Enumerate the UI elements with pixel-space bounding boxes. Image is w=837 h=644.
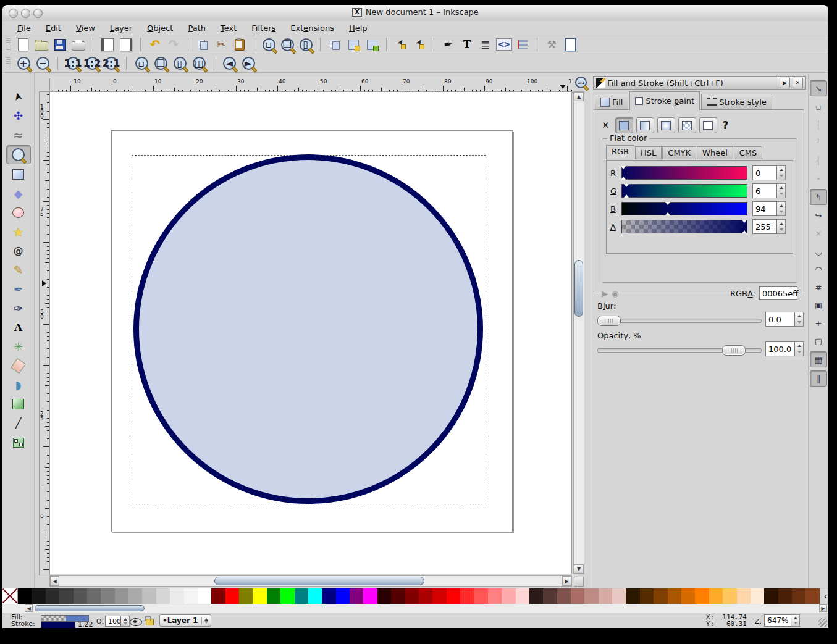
ruler-corner-zoom-icon[interactable]: 1:1 [575, 77, 587, 88]
palette-swatch[interactable] [654, 588, 667, 604]
palette-swatch[interactable] [488, 588, 502, 604]
palette-swatch[interactable] [142, 588, 156, 604]
scroll-up-button[interactable]: ▲ [574, 92, 584, 101]
blur-spin-buttons[interactable] [795, 312, 804, 327]
zoom-page-button[interactable]: ▯ [171, 56, 188, 72]
channel-spin-R[interactable] [777, 165, 786, 180]
channel-slider-A[interactable] [621, 220, 747, 233]
menu-file[interactable]: File [17, 23, 31, 33]
object-opacity-spin-buttons[interactable] [121, 616, 130, 627]
channel-spin-G[interactable] [777, 183, 786, 198]
tool-ellipse[interactable] [7, 204, 30, 222]
unlink-clone-button[interactable] [363, 36, 381, 52]
palette-swatch[interactable] [239, 588, 253, 604]
palette-swatch[interactable] [432, 588, 446, 604]
palette-swatch[interactable] [447, 588, 460, 604]
tool-eraser[interactable] [7, 357, 30, 375]
tool-3dbox[interactable]: ◆ [7, 185, 30, 203]
tool-gradient[interactable] [7, 395, 30, 413]
zoom-spin-buttons[interactable] [791, 614, 800, 627]
palette-swatch[interactable] [516, 588, 529, 604]
channel-slider-G[interactable] [621, 184, 747, 198]
palette-swatch[interactable] [211, 588, 225, 604]
document-properties-button[interactable] [562, 36, 579, 52]
palette-swatch[interactable] [336, 588, 350, 604]
tool-star[interactable]: ★ [7, 223, 30, 241]
palette-scroll-left-icon[interactable]: ‹ [824, 588, 827, 604]
opacity-slider-thumb[interactable] [722, 345, 746, 356]
opacity-spinbox[interactable]: 100.0 [765, 341, 804, 356]
snap-midpoints-button[interactable]: # [810, 280, 826, 295]
palette-swatch[interactable] [599, 588, 612, 604]
snap-enable-button[interactable]: ↘ [810, 80, 827, 96]
palette-scroll-thumb[interactable] [35, 605, 145, 611]
layer-selector[interactable]: • Layer 1 [159, 614, 211, 627]
tool-text[interactable]: A [7, 319, 30, 337]
palette-swatch[interactable] [32, 588, 45, 604]
channel-value-B[interactable]: 94 [752, 201, 777, 216]
colorspace-tab-cmyk[interactable]: CMYK [662, 146, 696, 159]
snap-page-border-button[interactable]: ▢ [810, 333, 826, 348]
tool-bezier[interactable]: ✒ [7, 280, 30, 298]
channel-slider-B[interactable] [621, 202, 747, 215]
palette-swatch[interactable] [280, 588, 294, 604]
layer-visibility-icon[interactable] [130, 618, 142, 626]
palette-swatch[interactable] [377, 588, 391, 604]
scroll-down-button[interactable]: ▼ [574, 564, 584, 574]
palette-swatch[interactable] [308, 588, 322, 604]
blur-spinbox[interactable]: 0.0 [765, 312, 804, 327]
blur-slider[interactable] [597, 316, 762, 325]
palette-swatch[interactable] [751, 588, 764, 604]
palette-swatch[interactable] [59, 588, 73, 604]
palette-swatch[interactable] [668, 588, 681, 604]
palette-scroll-left-button[interactable]: ◀ [25, 604, 33, 612]
duplicate-button[interactable] [326, 36, 343, 52]
fill-stroke-dialog-button[interactable]: ✒ [440, 36, 457, 52]
snap-paths-button[interactable]: ↪ [810, 208, 826, 223]
xml-editor-button[interactable]: <> [495, 36, 513, 52]
zoom-next-button[interactable]: ► [240, 56, 257, 72]
palette-swatch[interactable] [460, 588, 474, 604]
text-dialog-button[interactable]: T [458, 36, 476, 52]
tool-pencil[interactable]: ✎ [7, 261, 30, 279]
menu-filters[interactable]: Filters [251, 23, 275, 33]
save-document-button[interactable] [51, 36, 69, 52]
zoom-selection-button[interactable]: ▫ [133, 56, 150, 72]
tool-spray[interactable]: ✳ [7, 338, 30, 356]
import-bitmap-button[interactable] [99, 36, 116, 52]
snap-bbox-button[interactable]: ▫ [810, 99, 826, 114]
palette-swatch[interactable] [74, 588, 87, 604]
palette-swatch[interactable] [626, 588, 640, 604]
palette-swatch[interactable] [253, 588, 266, 604]
tool-paint-bucket[interactable]: ◗ [7, 376, 30, 394]
tool-connector[interactable] [7, 433, 30, 451]
channel-spin-A[interactable] [777, 219, 786, 234]
layers-dialog-button[interactable]: ≣ [477, 36, 494, 52]
colorspace-tab-wheel[interactable]: Wheel [697, 146, 733, 159]
layer-selector-arrows[interactable] [201, 617, 208, 624]
palette-swatch[interactable] [405, 588, 419, 604]
clone-button[interactable] [345, 36, 362, 52]
palette-swatch[interactable] [502, 588, 515, 604]
palette-swatch[interactable] [737, 588, 751, 604]
vertical-scrollbar[interactable]: ▲ ▼ [573, 91, 584, 574]
object-opacity-value[interactable]: 100 [105, 616, 121, 627]
palette-swatch[interactable] [543, 588, 557, 604]
snap-grid-button[interactable]: ▦ [810, 351, 827, 367]
palette-swatch[interactable] [557, 588, 571, 604]
channel-slider-R[interactable] [621, 166, 747, 180]
layer-lock-icon[interactable] [146, 619, 154, 625]
channel-value-A[interactable]: 255 [752, 219, 777, 234]
palette-swatch[interactable] [792, 588, 805, 604]
palette-swatch[interactable] [695, 588, 709, 604]
object-opacity-spinbox[interactable]: 100 [105, 616, 130, 627]
channel-value-R[interactable]: 0 [752, 165, 777, 180]
palette-swatch[interactable] [778, 588, 792, 604]
menu-object[interactable]: Object [147, 23, 173, 33]
zoom-spinbox[interactable]: 647% [764, 614, 800, 627]
snap-path-intersections-button[interactable]: ✕ [810, 226, 826, 241]
zoom-to-selection-button[interactable]: ▫ [260, 36, 277, 52]
snap-bbox-edge-midpoints-button[interactable]: ┤ [810, 153, 826, 168]
paint-pattern-button[interactable] [678, 117, 696, 133]
zoom-1-1-button[interactable]: 1:1 [64, 56, 82, 72]
